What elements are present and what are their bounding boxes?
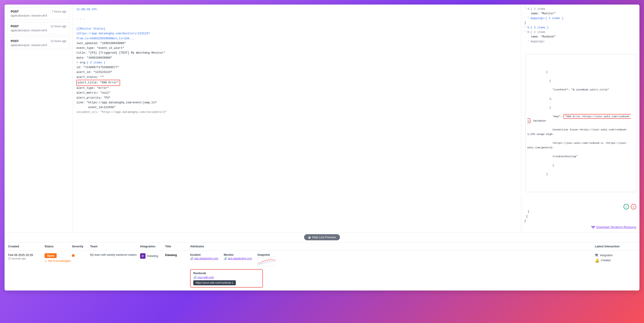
cancel-button[interactable]: ✕ (631, 204, 636, 209)
code-line-alert-priority: alert_priority: "P3" (76, 96, 517, 100)
created-ago: 22 seconds ago (8, 257, 44, 260)
tree-line-10: } (524, 209, 636, 214)
code-line-link1: link: "https://app.datadoghq.com/event/j… (76, 100, 517, 105)
code-line-incident: incident_url: "https://app.datadoghq.com… (76, 110, 517, 115)
cell-status: Open ⚠ Not Acknowledged (44, 253, 72, 263)
request-card-2[interactable]: POST 12 hours ago application/json; char… (7, 22, 70, 34)
tree-line-5: ˄ 5:{ 3 items } (524, 25, 636, 30)
code-line-alert-status: alert_status: "" (76, 75, 517, 80)
top-section: POST 7 hours ago application/json; chars… (4, 4, 640, 232)
runbook-box: Runbook 🔗 your-wiki.com https://your-wik… (190, 269, 263, 288)
header-title: Title (165, 245, 190, 248)
tree-line-9: [ { "jsonPath": "$.jsonBody.alert_title"… (525, 45, 636, 203)
main-container: POST 7 hours ago application/json; chars… (4, 4, 640, 291)
content-type-2: application/json; charset=utf-8 (11, 29, 66, 32)
hide-preview-button[interactable]: ◕ Hide Live Preview (304, 234, 340, 240)
cell-team: My team with weekly weekend rotation (90, 253, 140, 257)
header-integration: Integration (140, 245, 165, 248)
tree-line-8: ˅ mappings: (524, 39, 636, 44)
runbook-tooltip: https://your-wiki.com/runbook-1 (193, 280, 236, 285)
tree-line-3: ˅ mappings:[ 2 items ] (524, 16, 636, 21)
request-card-3[interactable]: POST 12 hours ago application/json; char… (7, 37, 70, 49)
header-severity: Severity (72, 245, 90, 248)
link-icon-monitor: 🔗 (224, 257, 227, 260)
confirm-button[interactable]: ✓ (624, 204, 629, 209)
interaction-created-icon: 🔔 (595, 258, 600, 263)
attr-row-top: Incident 🔗 app.datadoghq.com Monitor 🔗 a… (190, 253, 595, 266)
snapshot-svg (258, 257, 276, 266)
code-line-url1: (https://app.datadoghq.com/monitors/1231… (76, 31, 517, 36)
code-line-blank-2 (76, 22, 517, 26)
cell-severity (72, 253, 90, 257)
runbook-link[interactable]: 🔗 your-wiki.com (193, 276, 260, 279)
code-line-alert-type: alert_type: "error" (76, 86, 517, 91)
cell-integration: Datadog (140, 253, 165, 259)
terraform-link-text[interactable]: Download Terraform Resource (596, 225, 636, 229)
code-line-org: > org:{ 2 items } (76, 60, 517, 65)
code-line-alert-id: alert_id: "123123123" (76, 70, 517, 75)
time-ago-3: 12 hours ago (50, 39, 66, 43)
request-card-1[interactable]: POST 7 hours ago application/json; chars… (7, 7, 70, 20)
header-attributes: Attributes (190, 245, 595, 248)
code-line-monitor: [[Monitor Status] (76, 26, 517, 31)
incident-link[interactable]: 🔗 app.datadoghq.com (190, 257, 218, 260)
interaction-row-created: 🔔 Created (595, 258, 636, 263)
monitor-link[interactable]: 🔗 app.datadoghq.com (224, 257, 252, 260)
hide-preview-label: Hide Live Preview (312, 236, 336, 239)
attr-col-monitor: Monitor 🔗 app.datadoghq.com (224, 253, 252, 266)
tree-line-11: ] (524, 214, 636, 219)
code-line-id: id: "7248897717520868577" (76, 65, 517, 70)
datadog-logo (140, 253, 146, 259)
tree-line-12: } (524, 219, 636, 223)
header-status: Status (44, 245, 72, 248)
method-badge-1: POST (11, 10, 19, 13)
link-icon-incident: 🔗 (190, 257, 194, 260)
hide-preview-bar: ◕ Hide Live Preview (4, 232, 640, 242)
snapshot-image (258, 257, 276, 266)
tree-line-6: ˅ 6:{ 2 items (524, 30, 636, 34)
integration-name: Datadog (147, 254, 158, 258)
interaction-row-integration: 🛠 Integration (595, 253, 636, 257)
interaction-integration-label: Integration (600, 254, 613, 257)
bottom-section: Created Status Severity Team Integration… (4, 242, 640, 291)
incident-label: Incident (190, 253, 218, 257)
left-panel: POST 7 hours ago application/json; chars… (4, 4, 73, 232)
method-badge-2: POST (11, 24, 19, 28)
terraform-link[interactable]: Download Terraform Resource (524, 224, 636, 230)
open-badge: Open (44, 253, 56, 258)
method-badge-3: POST (11, 39, 19, 43)
cell-latest-interaction: 🛠 Integration 🔔 Created (595, 253, 636, 263)
cell-attributes: Incident 🔗 app.datadoghq.com Monitor 🔗 a… (190, 253, 595, 288)
code-line-last-updated: last_updated: "1696330839000" (76, 41, 517, 46)
table-row: Feb 06 2025 20:26 22 seconds ago Open ⚠ … (4, 251, 640, 291)
code-line-alert-title: alert_title: "500 Error" (76, 80, 517, 86)
header-created: Created (8, 245, 44, 248)
content-type-3: application/json; charset=utf-8 (11, 44, 66, 47)
interaction-created-label: Created (601, 259, 610, 262)
datadog-icon (141, 254, 145, 258)
severity-dot (72, 254, 74, 257)
code-line-link2: event_id=123456" (76, 105, 517, 110)
cell-created: Feb 06 2025 20:26 22 seconds ago (8, 253, 44, 260)
code-line-url2: from_ts=1696329939000&to_ts=169... (76, 36, 517, 41)
header-latest-interaction: Latest Interaction (595, 245, 636, 248)
not-acknowledged: ⚠ Not Acknowledged (44, 259, 72, 263)
time-ago-2: 12 hours ago (50, 25, 66, 28)
center-panel: 11:00:39 UTC. - - - [[Monitor Status] (h… (73, 4, 521, 232)
eye-icon: ◕ (308, 236, 311, 239)
warning-icon: ⚠ (44, 259, 47, 263)
code-line-title: title: "[P3] [Triggered] [TEST] My Watch… (76, 51, 517, 55)
created-date: Feb 06 2025 20:26 (8, 253, 44, 257)
code-line-alert-metric: alert_metric: "null" (76, 91, 517, 95)
tree-line-7: name: "Runbook" (524, 34, 636, 39)
snapshot-label: Snapshot (258, 253, 276, 257)
cell-title: Datadog (165, 253, 190, 257)
content-type-1: application/json; charset=utf-8 (11, 14, 66, 17)
code-line-1: 11:00:39 UTC. (76, 7, 517, 12)
runbook-link-text: your-wiki.com (198, 276, 214, 279)
code-line-blank-1 (76, 12, 517, 17)
link-icon-runbook: 🔗 (193, 276, 197, 279)
not-acknowledged-text: Not Acknowledged (48, 259, 70, 263)
tree-line-4: } (524, 21, 636, 25)
interaction-integration-icon: 🛠 (595, 253, 598, 257)
